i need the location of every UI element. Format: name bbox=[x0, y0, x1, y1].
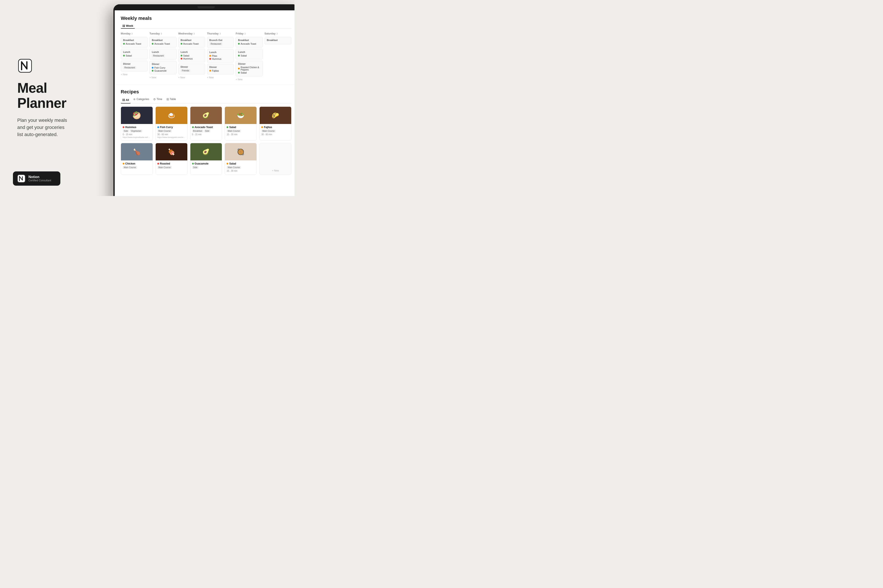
tablet-screen: Weekly meals Week Monday bbox=[115, 10, 294, 196]
recipe-tab-categories[interactable]: Categories bbox=[132, 97, 151, 102]
day-saturday: Saturday 3 Breakfast bbox=[264, 32, 291, 81]
svg-rect-10 bbox=[124, 100, 125, 101]
meal-card-thursday-brunch[interactable]: Brunch Out Restaurant bbox=[207, 37, 234, 48]
recipe-card-salad[interactable]: 🥗 Salad Main Course 15 - 30 min bbox=[225, 106, 257, 140]
recipe-card-fish-curry[interactable]: 🍛 Fish Curry Main Course 30 - 60 min bbox=[156, 106, 187, 140]
meal-card-thursday-dinner[interactable]: Dinner Fajitas bbox=[207, 64, 234, 74]
recipes-title: Recipes bbox=[121, 89, 291, 94]
svg-rect-3 bbox=[123, 25, 123, 26]
recipes-grid-row2: 🍗 Chicken Main Course 🍖 bbox=[121, 143, 291, 175]
meal-card-wednesday-dinner[interactable]: Dinner Friends bbox=[178, 64, 205, 74]
meal-card-friday-lunch[interactable]: Lunch Salad bbox=[235, 49, 262, 59]
recipe-card-avocado-toast[interactable]: 🥑 Avocado Toast Breakfast Side bbox=[190, 106, 222, 140]
day-friday: Friday 3 Breakfast Avocado Toast bbox=[235, 32, 262, 81]
svg-rect-16 bbox=[167, 98, 169, 100]
recipe-tabs: All Categories Time Table bbox=[121, 97, 291, 104]
recipe-tab-time[interactable]: Time bbox=[151, 97, 164, 102]
recipe-card-hummus[interactable]: 🥙 Hummus Side Vegetarian 0 bbox=[121, 106, 153, 140]
meal-card-tuesday-lunch[interactable]: Lunch Restaurant bbox=[149, 49, 176, 60]
recipes-section: Recipes All Categories Ti bbox=[115, 84, 294, 178]
day-header-friday: Friday 3 bbox=[235, 32, 262, 35]
add-new-thursday[interactable]: + New bbox=[207, 76, 234, 79]
notion-logo-icon bbox=[17, 58, 33, 74]
meal-card-wednesday-lunch[interactable]: Lunch Salad Hummus bbox=[178, 49, 205, 62]
weekly-meals-section: Weekly meals Week Monday bbox=[115, 10, 294, 84]
recipe-card-row2-3[interactable]: 🥑 Guacamole Side bbox=[190, 143, 222, 175]
day-header-tuesday: Tuesday 3 bbox=[149, 32, 176, 35]
meal-card-monday-dinner[interactable]: Dinner Restaurant bbox=[121, 61, 148, 71]
meal-card-tuesday-dinner[interactable]: Dinner Fish Curry Guacamole bbox=[149, 61, 176, 74]
camera-bump bbox=[198, 6, 215, 8]
badge-text-area: Notion Certified Consultant bbox=[28, 175, 51, 182]
tablet-container: Weekly meals Week Monday bbox=[100, 0, 294, 196]
meal-card-tuesday-breakfast[interactable]: Breakfast Avocado Toast bbox=[149, 37, 176, 47]
meal-card-friday-breakfast[interactable]: Breakfast Avocado Toast bbox=[235, 37, 262, 47]
app-description: Plan your weekly mealsand get your groce… bbox=[17, 117, 86, 138]
tablet-top-bar bbox=[113, 4, 294, 10]
day-header-saturday: Saturday 3 bbox=[264, 32, 291, 35]
svg-rect-6 bbox=[124, 26, 125, 27]
recipe-card-row2-4[interactable]: 🥘 Salad Main Course 15 - 30 min bbox=[225, 143, 257, 175]
meal-card-friday-dinner[interactable]: Dinner Roasted Chicken & Peppers Salad bbox=[235, 61, 262, 76]
svg-point-12 bbox=[134, 99, 135, 99]
meal-card-monday-lunch[interactable]: Lunch Salad bbox=[121, 49, 148, 59]
svg-line-15 bbox=[154, 99, 155, 100]
recipe-card-fajitas[interactable]: 🌮 Fajitas Main Course 30 - 60 min bbox=[259, 106, 291, 140]
app-title: Meal Planner bbox=[17, 80, 86, 111]
meal-card-wednesday-breakfast[interactable]: Breakfast Avocado Toast bbox=[178, 37, 205, 47]
recipe-new-label: + New bbox=[272, 169, 279, 172]
day-tuesday: Tuesday 3 Breakfast Avocado Toast bbox=[149, 32, 176, 81]
notion-app: Weekly meals Week Monday bbox=[115, 10, 294, 196]
add-new-monday[interactable]: + New bbox=[121, 73, 148, 76]
recipes-grid-row1: 🥙 Hummus Side Vegetarian 0 bbox=[121, 106, 291, 140]
recipe-card-row2-2[interactable]: 🍖 Roasted Main Course bbox=[156, 143, 187, 175]
tablet-device: Weekly meals Week Monday bbox=[113, 4, 294, 196]
recipe-tab-table[interactable]: Table bbox=[165, 97, 178, 102]
view-tabs: Week bbox=[121, 23, 291, 28]
badge-notion-icon bbox=[17, 174, 25, 183]
day-wednesday: Wednesday 3 Breakfast Avocado Toast bbox=[178, 32, 205, 81]
day-monday: Monday 3 Breakfast Avocado Toast bbox=[121, 32, 148, 81]
calendar-grid: Monday 3 Breakfast Avocado Toast bbox=[121, 32, 291, 81]
badge-brand: Notion bbox=[28, 175, 51, 179]
meal-card-thursday-lunch[interactable]: Lunch Pitas Hummus bbox=[207, 49, 234, 63]
day-header-wednesday: Wednesday 3 bbox=[178, 32, 205, 35]
add-new-friday[interactable]: + New bbox=[235, 78, 262, 81]
certified-consultant-badge[interactable]: Notion Certified Consultant bbox=[13, 171, 60, 186]
badge-subtitle: Certified Consultant bbox=[28, 179, 51, 182]
recipe-card-row2-1[interactable]: 🍗 Chicken Main Course bbox=[121, 143, 153, 175]
recipe-tab-all[interactable]: All bbox=[121, 97, 130, 104]
svg-rect-5 bbox=[123, 26, 123, 27]
add-new-tuesday[interactable]: + New bbox=[149, 76, 176, 79]
meal-card-saturday-breakfast[interactable]: Breakfast bbox=[264, 37, 291, 44]
svg-rect-9 bbox=[123, 100, 123, 101]
recipe-card-new[interactable]: + New bbox=[259, 143, 291, 175]
svg-rect-7 bbox=[123, 99, 123, 100]
day-header-thursday: Thursday 3 bbox=[207, 32, 234, 35]
add-new-wednesday[interactable]: + New bbox=[178, 76, 205, 79]
svg-rect-4 bbox=[124, 25, 125, 26]
meal-card-monday-breakfast[interactable]: Breakfast Avocado Toast bbox=[121, 37, 148, 47]
tab-week[interactable]: Week bbox=[121, 23, 135, 28]
left-panel: Meal Planner Plan your weekly mealsand g… bbox=[0, 0, 103, 196]
day-header-monday: Monday 3 bbox=[121, 32, 148, 35]
svg-rect-8 bbox=[124, 99, 125, 100]
day-thursday: Thursday 3 Brunch Out Restaurant Lunch bbox=[207, 32, 234, 81]
weekly-meals-title: Weekly meals bbox=[121, 15, 291, 21]
